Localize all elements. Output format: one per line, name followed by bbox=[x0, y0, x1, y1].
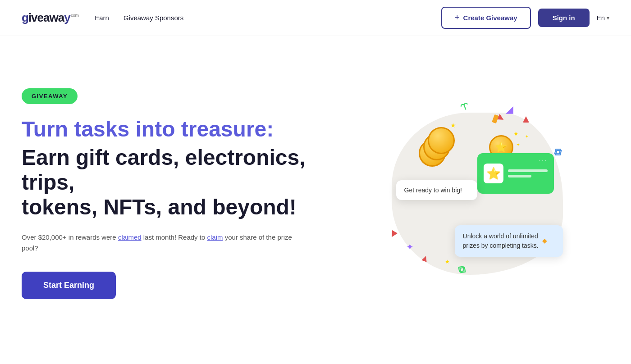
nav-right: + Create Giveaway Sign in En ▾ bbox=[441, 7, 609, 29]
nav-links: Earn Giveaway Sponsors bbox=[95, 14, 183, 22]
coin-3 bbox=[428, 127, 455, 154]
prize-line-1 bbox=[508, 169, 548, 172]
plus-icon: + bbox=[455, 13, 460, 23]
create-button-label: Create Giveaway bbox=[463, 14, 517, 22]
chevron-down-icon: ▾ bbox=[607, 15, 609, 21]
language-label: En bbox=[597, 14, 605, 22]
claim-link[interactable]: claim bbox=[207, 233, 223, 241]
medal-star-icon: ⭐ bbox=[495, 141, 507, 153]
illustration-container: ⥾ ◢ ▶ ★ ⧉ ⭐ ✦ ✦ ✦ ⭐ bbox=[383, 90, 572, 297]
confetti-purple-arc: ◢ bbox=[506, 104, 513, 115]
nav-earn[interactable]: Earn bbox=[95, 14, 109, 22]
sparkle-icon-3: ✦ bbox=[516, 142, 520, 148]
hero-illustration: ⥾ ◢ ▶ ★ ⧉ ⭐ ✦ ✦ ✦ ⭐ bbox=[345, 86, 609, 302]
sparkle-icon-1: ✦ bbox=[513, 130, 519, 138]
create-giveaway-button[interactable]: + Create Giveaway bbox=[441, 7, 531, 29]
tooltip-2-text: Unlock a world of unlimited prizes by co… bbox=[463, 232, 539, 249]
confetti-purple-leaf: ✦ bbox=[406, 241, 414, 252]
hero-content: GIVEAWAY Turn tasks into treasure: Earn … bbox=[22, 88, 345, 300]
confetti-yellow-bottom: ★ bbox=[445, 259, 450, 265]
prize-card-lines bbox=[508, 169, 548, 177]
logo-text: giveawaycom bbox=[22, 11, 78, 25]
hero-title-purple: Turn tasks into treasure: bbox=[22, 117, 327, 141]
nav-sponsors[interactable]: Giveaway Sponsors bbox=[123, 14, 183, 22]
prize-line-2 bbox=[508, 175, 532, 177]
navbar: giveawaycom Earn Giveaway Sponsors + Cre… bbox=[0, 0, 631, 36]
confetti-blue-lightning: ⧉ bbox=[553, 146, 561, 158]
confetti-orange-bottom: ◆ bbox=[542, 237, 547, 244]
logo[interactable]: giveawaycom bbox=[22, 11, 78, 25]
language-selector[interactable]: En ▾ bbox=[597, 14, 609, 22]
prize-star-icon: ⭐ bbox=[484, 164, 503, 183]
tooltip-win-big: Get ready to win big! bbox=[396, 180, 477, 200]
start-earning-button[interactable]: Start Earning bbox=[22, 272, 116, 299]
giveaway-badge: GIVEAWAY bbox=[22, 88, 78, 104]
prize-card: ⭐ ··· bbox=[477, 153, 554, 194]
hero-section: GIVEAWAY Turn tasks into treasure: Earn … bbox=[0, 36, 631, 342]
signin-button[interactable]: Sign in bbox=[538, 9, 590, 27]
tooltip-1-text: Get ready to win big! bbox=[404, 187, 462, 194]
coins-stack bbox=[419, 126, 459, 167]
hero-title-line1: Earn gift cards, electronics, trips, bbox=[22, 146, 306, 194]
claimed-link[interactable]: claimed bbox=[118, 233, 142, 241]
sparkle-icon-2: ✦ bbox=[525, 134, 529, 139]
prize-card-dots: ··· bbox=[539, 157, 547, 165]
confetti-red-triangle bbox=[523, 116, 529, 123]
hero-title-line2: tokens, NFTs, and beyond! bbox=[22, 195, 297, 219]
hero-title-black: Earn gift cards, electronics, trips, tok… bbox=[22, 145, 327, 220]
hero-subtitle: Over $20,000+ in rewards were claimed la… bbox=[22, 232, 301, 254]
